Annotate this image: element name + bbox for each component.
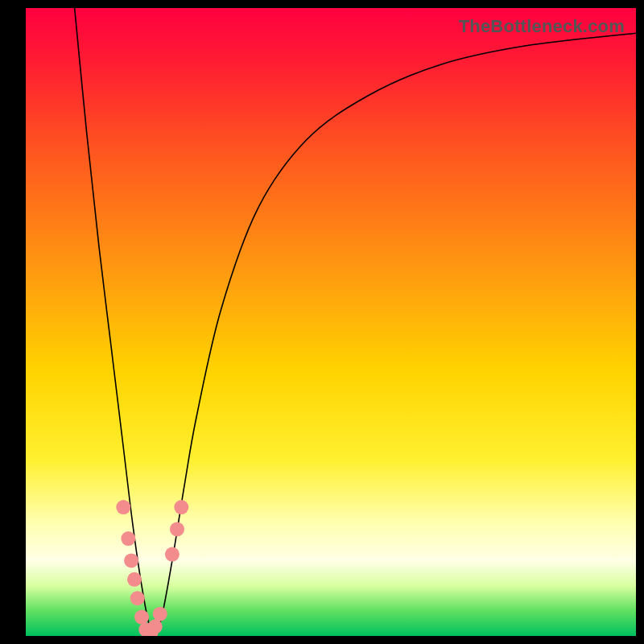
curve-marker <box>121 531 135 546</box>
curve-marker <box>134 610 149 625</box>
curve-marker <box>170 522 184 536</box>
plot-area: TheBottleneck.com <box>26 8 636 636</box>
curve-marker <box>153 607 167 621</box>
curve-marker <box>174 500 188 514</box>
curve-marker <box>148 619 163 634</box>
chart-frame: TheBottleneck.com <box>0 0 644 644</box>
bottleneck-curve-svg <box>26 8 636 636</box>
curve-marker <box>124 553 138 568</box>
curve-marker <box>127 572 142 587</box>
curve-marker <box>130 591 145 605</box>
curve-marker <box>116 500 130 514</box>
bottleneck-curve-path <box>75 8 636 634</box>
curve-marker <box>165 547 180 562</box>
marker-group <box>116 500 188 636</box>
